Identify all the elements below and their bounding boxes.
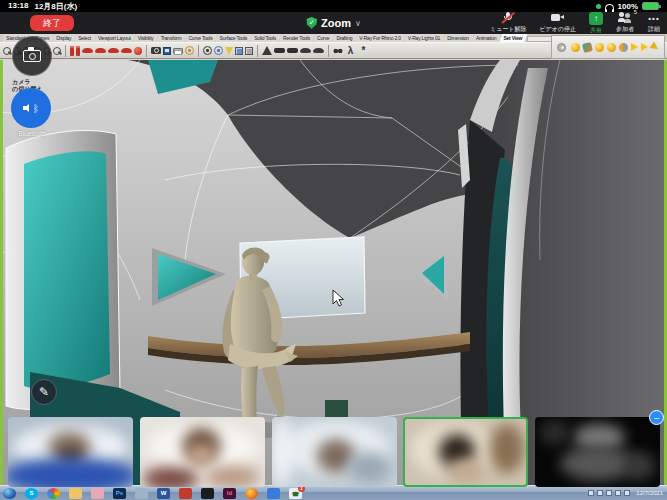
notifications-tray-icon[interactable] (615, 490, 621, 496)
rhino-tab-solid-tools[interactable]: Solid Tools (250, 34, 281, 42)
pan-view-icon[interactable] (3, 47, 11, 55)
rhino-tab-display[interactable]: Display (52, 34, 76, 42)
print-preview-icon[interactable] (173, 48, 183, 54)
language-tray-icon[interactable] (606, 490, 612, 496)
rhino-tab-animation[interactable]: Animation (472, 34, 501, 42)
bluetooth-label: Bluetooth (8, 130, 56, 137)
set-view-up-icon[interactable] (262, 46, 272, 55)
video-blur-blob (490, 424, 524, 473)
network-tray-icon[interactable] (588, 490, 594, 496)
pan-orbit-icon[interactable] (185, 46, 194, 55)
walk-mode-icon[interactable]: λ (345, 44, 356, 57)
app-black-icon[interactable] (201, 488, 214, 499)
rhino-tab-render-tools[interactable]: Render Tools (279, 34, 315, 42)
word-icon[interactable]: W (157, 488, 170, 499)
annotate-button[interactable]: ✎ (31, 379, 57, 405)
vray-render-icon[interactable] (595, 43, 604, 52)
view-back-icon[interactable] (76, 46, 80, 56)
show-desktop-tray-icon[interactable] (624, 490, 630, 496)
gear-icon[interactable] (557, 43, 566, 52)
control-label: ビデオの停止 (539, 25, 576, 34)
speaker-icon (23, 104, 31, 112)
rhino-tab-dimension[interactable]: Dimension (443, 34, 474, 42)
participant-video-1[interactable] (8, 417, 133, 487)
rhino-tab-select[interactable]: Select (74, 34, 96, 42)
collapse-thumbnails-button[interactable]: – (649, 410, 664, 425)
participant-video-5[interactable] (535, 417, 660, 487)
zoom-control-share[interactable]: ↑共有 (589, 12, 603, 35)
participant-film-strip (0, 417, 667, 489)
save-named-view-icon[interactable] (163, 47, 171, 55)
pencil-icon: ✎ (39, 385, 49, 399)
green-pedestal (325, 400, 348, 418)
taskbar-icons: SPsWId☎1 (3, 488, 311, 499)
turntable-icon[interactable]: * (358, 44, 369, 57)
rhino-tab-curve[interactable]: Curve (313, 34, 334, 42)
spotlight-icon[interactable] (225, 47, 233, 55)
skype-icon[interactable]: S (25, 488, 38, 499)
indesign-icon[interactable]: Id (223, 488, 236, 499)
zoom-control-mic[interactable]: ミュート解除 (490, 12, 526, 34)
participant-video-4[interactable] (403, 417, 528, 487)
vray-flag-a-icon[interactable] (631, 43, 638, 51)
vray-arrow-icon[interactable] (649, 41, 660, 52)
start-orb-icon[interactable] (3, 488, 16, 499)
volume-tray-icon[interactable] (597, 490, 603, 496)
media-player-icon[interactable] (91, 488, 104, 499)
view-front-icon[interactable] (70, 46, 74, 56)
plan-a-icon[interactable] (274, 48, 285, 53)
share-icon: ↑ (589, 12, 603, 25)
vray-material-editor-icon[interactable] (582, 41, 593, 52)
zoom-control-video[interactable]: ビデオの停止 (539, 12, 576, 34)
zoom-title-dropdown[interactable]: ✓ Zoom ∨ (306, 12, 361, 34)
view-perspective-icon[interactable] (134, 47, 142, 55)
vray-sphere-icon[interactable] (619, 43, 628, 52)
view-bottom-icon[interactable] (95, 48, 106, 53)
target-point-icon[interactable] (203, 46, 212, 55)
new-tab-area[interactable] (527, 36, 553, 42)
folder-icon[interactable] (69, 488, 82, 499)
audio-bluetooth-button[interactable]: ᛒ (11, 88, 51, 128)
vray-render-region-icon[interactable] (607, 43, 616, 52)
named-view-camera-icon[interactable] (151, 47, 161, 54)
rhino-tab-viewport-layout[interactable]: Viewport Layout (94, 34, 136, 42)
chrome-icon[interactable] (47, 488, 60, 499)
view-left-icon[interactable] (108, 48, 119, 53)
view-top-icon[interactable] (82, 48, 93, 53)
rhino-tab-drafting[interactable]: Drafting (332, 34, 357, 42)
mail-icon[interactable] (267, 488, 280, 499)
toolbar-separator (65, 45, 66, 57)
vray-options-icon[interactable] (571, 43, 580, 52)
app-red-icon[interactable] (179, 488, 192, 499)
ship-a-icon[interactable] (300, 48, 311, 53)
compass-icon[interactable] (214, 46, 223, 55)
participant-video-2[interactable] (140, 417, 265, 487)
rhino-tab-v-ray-for-rhino-2-0[interactable]: V-Ray For Rhino 2.0 (355, 34, 406, 42)
rhino-tab-visibility[interactable]: Visibility (134, 34, 159, 42)
zoom-out-icon[interactable] (53, 47, 61, 55)
phone-icon[interactable]: ☎1 (289, 488, 302, 499)
vray-flag-b-icon[interactable] (641, 43, 648, 51)
firefox-icon[interactable] (245, 488, 258, 499)
rhino-tab-surface-tools[interactable]: Surface Tools (216, 34, 253, 42)
ship-b-icon[interactable] (313, 48, 324, 53)
zoom-control-people[interactable]: 5参加者 (616, 12, 634, 34)
control-label: 参加者 (616, 25, 634, 34)
zoom-control-more[interactable]: •••詳細 (647, 12, 661, 34)
end-meeting-button[interactable]: 終了 (30, 15, 74, 31)
rhino-tab-transform[interactable]: Transform (157, 34, 187, 42)
control-label: 詳細 (648, 25, 660, 34)
rhino-tab-curve-tools[interactable]: Curve Tools (184, 34, 217, 42)
photoshop-icon[interactable]: Ps (113, 488, 126, 499)
plan-b-icon[interactable] (287, 48, 298, 53)
camera-cube-icon[interactable] (235, 47, 243, 55)
snipping-tool-icon[interactable] (135, 488, 148, 499)
binoculars-icon[interactable] (333, 47, 343, 55)
date: 12月8日(水) (34, 1, 77, 12)
iso-cube-icon[interactable] (245, 47, 253, 55)
rhino-tab-set-view[interactable]: Set View (499, 34, 527, 42)
rhino-tab-v-ray-lights-01[interactable]: V-Ray Lights 01 (404, 34, 445, 42)
switch-camera-button[interactable] (12, 36, 52, 76)
participant-video-3[interactable] (272, 417, 397, 487)
view-right-icon[interactable] (121, 48, 132, 53)
